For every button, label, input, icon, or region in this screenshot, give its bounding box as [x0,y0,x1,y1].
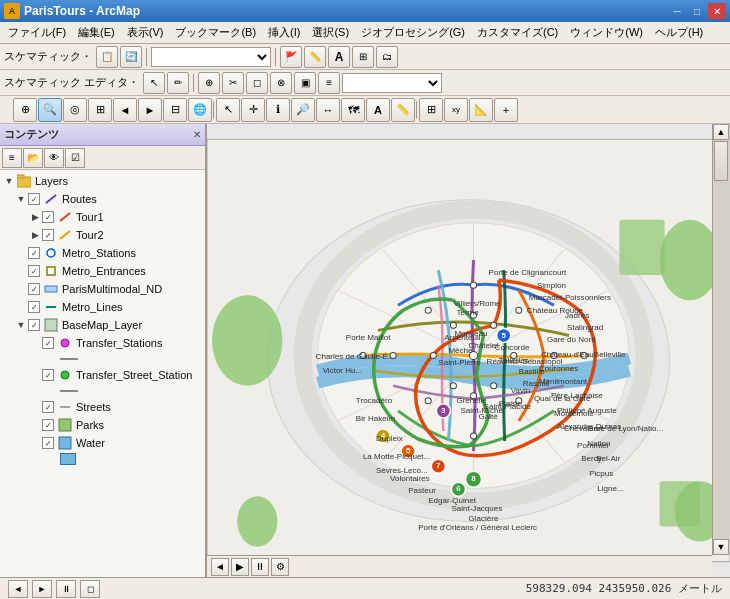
tb-btn-1[interactable]: 📋 [96,46,118,68]
expand-paris-multimodal[interactable]: ▶ [14,282,28,296]
tb2-b6[interactable]: ≡ [318,72,340,94]
check-routes[interactable] [28,193,40,205]
tool-zoomout[interactable]: ⊟ [163,98,187,122]
tool-extent[interactable]: ⊞ [88,98,112,122]
tb2-b1[interactable]: ⊕ [198,72,220,94]
editor-dropdown[interactable] [342,73,442,93]
tool-zoomin2[interactable]: 🔍 [38,98,62,122]
status-btn-1[interactable]: ◄ [8,580,28,598]
check-metro-stations[interactable] [28,247,40,259]
expand-metro-stations[interactable]: ▶ [14,246,28,260]
check-streets[interactable] [42,401,54,413]
tree-transfer-stations[interactable]: ▶ Transfer_Stations [0,334,205,352]
expand-tour1[interactable]: ▶ [28,210,42,224]
tb-btn-2[interactable]: 🔄 [120,46,142,68]
check-parks[interactable] [42,419,54,431]
tree-paris-multimodal[interactable]: ▶ ParisMultimodal_ND [0,280,205,298]
expand-metro-lines[interactable]: ▶ [14,300,28,314]
tool-fwd[interactable]: ► [138,98,162,122]
tool-cursor[interactable]: ↖ [216,98,240,122]
tree-water[interactable]: ▶ Water [0,434,205,452]
tree-tour2[interactable]: ▶ Tour2 [0,226,205,244]
tool-scale[interactable]: 📐 [469,98,493,122]
map-scrollbar[interactable]: ▲ ▼ [712,124,730,555]
tb2-edit[interactable]: ✏ [167,72,189,94]
menu-view[interactable]: 表示(V) [121,23,170,42]
toc-close-btn[interactable]: ✕ [193,129,201,140]
tb-A[interactable]: A [328,46,350,68]
tool-back[interactable]: ◄ [113,98,137,122]
tool-add[interactable]: + [494,98,518,122]
scroll-up[interactable]: ▲ [713,124,729,140]
menu-select[interactable]: 選択(S) [306,23,355,42]
tree-parks[interactable]: ▶ Parks [0,416,205,434]
toc-btn-sel[interactable]: ☑ [65,148,85,168]
nav-btn-4[interactable]: ⚙ [271,558,289,576]
menu-edit[interactable]: 編集(E) [72,23,121,42]
check-basemap[interactable] [28,319,40,331]
tool-A[interactable]: A [366,98,390,122]
layers-tree[interactable]: ▼ Layers ▼ Routes ▶ [0,170,205,577]
close-button[interactable]: ✕ [708,3,726,19]
map-area[interactable]: 8 7 6 5 4 3 5 Porte de Clignancourt Simp… [207,124,730,577]
tool-search[interactable]: 🔎 [291,98,315,122]
tree-metro-lines[interactable]: ▶ Metro_Lines [0,298,205,316]
schematic-dropdown[interactable] [151,47,271,67]
menu-bookmark[interactable]: ブックマーク(B) [169,23,262,42]
tool-xy[interactable]: xy [444,98,468,122]
toc-btn-vis[interactable]: 👁 [44,148,64,168]
status-btn-4[interactable]: ◻ [80,580,100,598]
menu-window[interactable]: ウィンドウ(W) [564,23,649,42]
scroll-track[interactable] [713,140,730,539]
maximize-button[interactable]: □ [688,3,706,19]
expand-routes[interactable]: ▼ [14,192,28,206]
tb2-b4[interactable]: ⊗ [270,72,292,94]
status-btn-3[interactable]: ⏸ [56,580,76,598]
expand-streets[interactable]: ▶ [28,400,42,414]
expand-transfer-street[interactable]: ▶ [28,368,42,382]
toc-btn-source[interactable]: 📂 [23,148,43,168]
status-btn-2[interactable]: ► [32,580,52,598]
menu-geoprocessing[interactable]: ジオプロセシング(G) [355,23,471,42]
check-metro-entrances[interactable] [28,265,40,277]
expand-layers[interactable]: ▼ [2,174,16,188]
tool-grid2[interactable]: ⊞ [419,98,443,122]
tree-metro-entrances[interactable]: ▶ Metro_Entrances [0,262,205,280]
check-transfer-street[interactable] [42,369,54,381]
check-tour2[interactable] [42,229,54,241]
check-tour1[interactable] [42,211,54,223]
tb2-cursor[interactable]: ↖ [143,72,165,94]
menu-file[interactable]: ファイル(F) [2,23,72,42]
tool-map[interactable]: 🗺 [341,98,365,122]
tool-info[interactable]: ℹ [266,98,290,122]
tb-flag[interactable]: 🚩 [280,46,302,68]
tb2-b5[interactable]: ▣ [294,72,316,94]
tree-root-layers[interactable]: ▼ Layers [0,172,205,190]
tool-measure[interactable]: 📏 [391,98,415,122]
expand-basemap[interactable]: ▼ [14,318,28,332]
menu-insert[interactable]: 挿入(I) [262,23,306,42]
scroll-thumb[interactable] [714,141,728,181]
tool-cross[interactable]: ✛ [241,98,265,122]
menu-help[interactable]: ヘルプ(H) [649,23,709,42]
tool-pan[interactable]: ◎ [63,98,87,122]
tb2-b2[interactable]: ✂ [222,72,244,94]
tb-ruler[interactable]: 📏 [304,46,326,68]
tb-layers[interactable]: 🗂 [376,46,398,68]
expand-parks[interactable]: ▶ [28,418,42,432]
check-water[interactable] [42,437,54,449]
expand-water[interactable]: ▶ [28,436,42,450]
nav-btn-3[interactable]: ⏸ [251,558,269,576]
menu-customize[interactable]: カスタマイズ(C) [471,23,564,42]
nav-btn-1[interactable]: ◄ [211,558,229,576]
tree-metro-stations[interactable]: ▶ Metro_Stations [0,244,205,262]
check-transfer-stations[interactable] [42,337,54,349]
tree-routes[interactable]: ▼ Routes [0,190,205,208]
scroll-down[interactable]: ▼ [713,539,729,555]
tree-streets[interactable]: ▶ Streets [0,398,205,416]
tree-transfer-street[interactable]: ▶ Transfer_Street_Station [0,366,205,384]
tree-tour1[interactable]: ▶ Tour1 [0,208,205,226]
tool-zoomin[interactable]: ⊕ [13,98,37,122]
tool-globe[interactable]: 🌐 [188,98,212,122]
expand-transfer-stations[interactable]: ▶ [28,336,42,350]
